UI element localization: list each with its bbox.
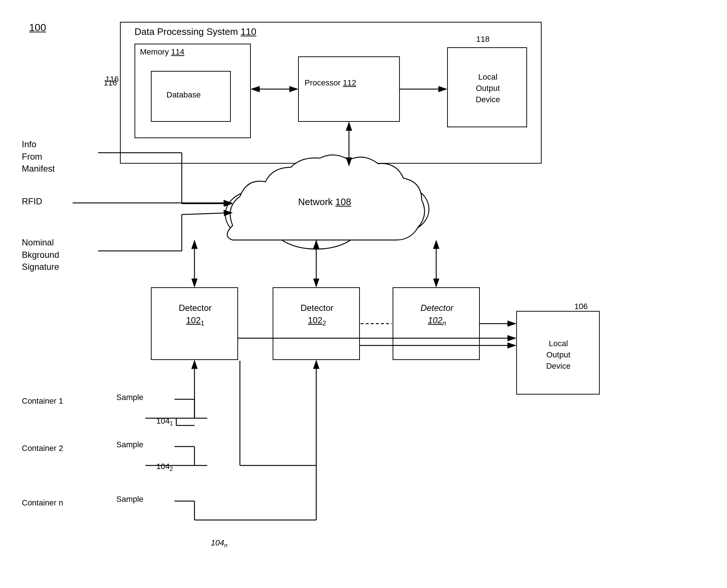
container2-label: Container 2 [22, 444, 63, 453]
container1-tube: 1041 [156, 416, 173, 427]
ref-118: 118 [476, 35, 490, 44]
nominal-label: NominalBkgroundSignature [22, 236, 59, 273]
memory-label: Memory 114 [140, 47, 184, 57]
ref-116-label: 116 [104, 78, 117, 88]
svg-point-4 [294, 167, 360, 218]
container1-label: Container 1 [22, 396, 63, 406]
container2-tube: 1042 [156, 462, 173, 472]
processor-label: Processor 112 [305, 78, 356, 88]
containern-tube: 104n [211, 538, 228, 549]
svg-point-7 [225, 191, 284, 238]
svg-point-6 [371, 185, 429, 233]
rfid-label: RFID [22, 196, 42, 207]
detectorn-label: Detector102n [399, 302, 475, 328]
detector2-label: Detector1022 [279, 302, 355, 328]
figure-number: 100 [29, 22, 46, 33]
containern-label: Container n [22, 498, 63, 508]
network-label: Network 108 [298, 196, 351, 208]
dps-title: Data Processing System 110 [134, 26, 256, 37]
svg-point-8 [273, 202, 360, 249]
processor-box [298, 56, 400, 122]
containern-sample: Sample [116, 495, 144, 504]
local-output-118-label: LocalOutputDevice [455, 72, 521, 105]
svg-point-9 [244, 178, 389, 244]
database-label: Database [166, 90, 201, 100]
detector1-label: Detector1021 [157, 302, 233, 328]
container1-sample: Sample [116, 393, 144, 402]
ref-106: 106 [574, 302, 588, 311]
container2-sample: Sample [116, 440, 144, 449]
svg-line-19 [182, 213, 232, 215]
info-manifest-label: InfoFromManifest [22, 138, 55, 175]
local-output-106-label: LocalOutputDevice [522, 338, 595, 372]
